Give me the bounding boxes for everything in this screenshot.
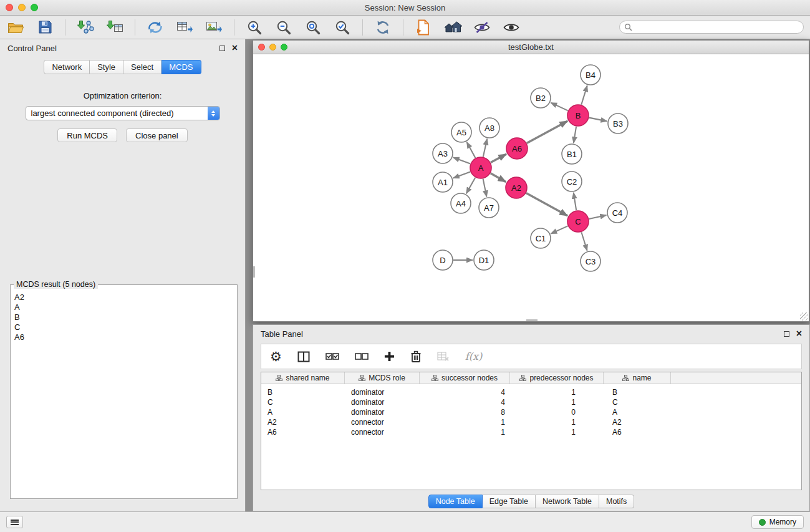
graph-edge-B-B1[interactable] bbox=[574, 127, 576, 143]
minimize-window-button[interactable] bbox=[18, 4, 26, 11]
run-mcds-button[interactable]: Run MCDS bbox=[57, 128, 117, 142]
graph-edge-C-C2[interactable] bbox=[574, 193, 576, 210]
mcds-buttons-row: Run MCDS Close panel bbox=[0, 128, 245, 142]
toolbar-separator bbox=[65, 19, 65, 36]
import-network-button[interactable] bbox=[76, 19, 95, 36]
import-table-button[interactable] bbox=[105, 19, 124, 36]
new-network-button[interactable] bbox=[146, 19, 165, 36]
column-header-successor-nodes[interactable]: successor nodes bbox=[420, 372, 510, 384]
tab-node-table[interactable]: Node Table bbox=[428, 495, 483, 508]
tab-edge-table[interactable]: Edge Table bbox=[483, 495, 536, 508]
mcds-result-item[interactable]: A2 bbox=[14, 293, 237, 302]
graph-edge-A-A4[interactable] bbox=[466, 178, 475, 194]
first-neighbors-button[interactable] bbox=[443, 19, 462, 36]
table-row[interactable]: Cdominator41C bbox=[261, 397, 801, 407]
graph-node-label-D: D bbox=[440, 256, 445, 265]
delete-table-button[interactable] bbox=[437, 351, 450, 362]
graph-edge-C-C1[interactable] bbox=[551, 226, 567, 233]
graph-edge-B-B2[interactable] bbox=[551, 103, 567, 111]
tab-style[interactable]: Style bbox=[90, 60, 123, 74]
table-cell: C bbox=[604, 398, 671, 407]
graph-edge-C-C3[interactable] bbox=[581, 232, 587, 251]
graph-edge-A-A2[interactable] bbox=[491, 173, 506, 182]
export-image-button[interactable] bbox=[205, 19, 223, 36]
open-session-button[interactable] bbox=[6, 19, 25, 36]
zoom-network-window-button[interactable] bbox=[281, 44, 287, 51]
save-session-button[interactable] bbox=[36, 19, 54, 36]
function-builder-button[interactable]: f(x) bbox=[465, 351, 482, 362]
memory-button[interactable]: Memory bbox=[751, 515, 804, 529]
graph-edge-A2-C[interactable] bbox=[526, 193, 568, 216]
network-document-button[interactable] bbox=[414, 19, 433, 36]
graph-edge-C-C4[interactable] bbox=[589, 215, 607, 219]
close-panel-icon[interactable]: × bbox=[232, 45, 238, 51]
table-row[interactable]: A2connector11A2 bbox=[261, 417, 801, 427]
minimize-network-window-button[interactable] bbox=[269, 44, 276, 51]
network-graph[interactable]: B4B2BB3A5A8A6B1A3AC2A1A2A4A7C4CC1C3DD1 bbox=[253, 54, 809, 321]
column-header-predecessor-nodes[interactable]: predecessor nodes bbox=[510, 372, 604, 384]
graph-edge-A-A6[interactable] bbox=[491, 154, 506, 163]
vertical-scroll-indicator[interactable] bbox=[253, 266, 255, 278]
mcds-result-item[interactable]: B bbox=[14, 312, 237, 322]
tab-motifs[interactable]: Motifs bbox=[599, 495, 634, 508]
network-canvas[interactable]: B4B2BB3A5A8A6B1A3AC2A1A2A4A7C4CC1C3DD1 bbox=[253, 54, 809, 321]
graph-edge-A-A1[interactable] bbox=[453, 172, 470, 178]
select-all-button[interactable] bbox=[325, 352, 339, 362]
graph-edge-A6-B[interactable] bbox=[527, 121, 568, 143]
close-panel-button[interactable]: Close panel bbox=[126, 128, 188, 142]
mcds-result-item[interactable]: A bbox=[14, 302, 237, 312]
zoom-out-button[interactable] bbox=[274, 19, 293, 36]
save-floppy-icon bbox=[38, 20, 52, 34]
document-arrow-icon bbox=[417, 19, 430, 36]
graph-edge-B-B4[interactable] bbox=[581, 85, 587, 105]
mcds-result-item[interactable]: A6 bbox=[14, 332, 237, 342]
search-input[interactable] bbox=[619, 21, 804, 34]
show-all-button[interactable] bbox=[502, 19, 521, 36]
float-panel-icon[interactable] bbox=[219, 46, 225, 51]
refresh-view-button[interactable] bbox=[374, 19, 392, 36]
mcds-result-list: A2ABCA6 bbox=[11, 285, 237, 342]
select-all-icon bbox=[325, 352, 339, 362]
create-column-button[interactable] bbox=[384, 351, 395, 362]
zoom-in-button[interactable] bbox=[245, 19, 264, 36]
hide-selected-button[interactable] bbox=[473, 19, 491, 36]
export-table-button[interactable] bbox=[175, 19, 194, 36]
graph-edge-A-A5[interactable] bbox=[467, 142, 476, 158]
horizontal-scroll-indicator[interactable] bbox=[526, 319, 538, 321]
task-history-button[interactable] bbox=[6, 516, 23, 528]
tab-mcds[interactable]: MCDS bbox=[162, 60, 201, 74]
tab-select[interactable]: Select bbox=[123, 60, 162, 74]
close-network-window-button[interactable] bbox=[258, 44, 265, 51]
tab-network-table[interactable]: Network Table bbox=[536, 495, 599, 508]
table-settings-button[interactable]: ⚙ bbox=[270, 351, 282, 363]
close-window-button[interactable] bbox=[6, 4, 13, 11]
graph-node-label-B4: B4 bbox=[586, 70, 595, 80]
column-header-name[interactable]: name bbox=[604, 372, 671, 384]
column-header-shared-name[interactable]: shared name bbox=[261, 372, 345, 384]
graph-edge-B-B3[interactable] bbox=[589, 118, 607, 122]
graph-edge-A-A8[interactable] bbox=[483, 139, 487, 157]
zoom-window-button[interactable] bbox=[31, 4, 38, 11]
table-row[interactable]: A6connector11A6 bbox=[261, 427, 801, 437]
zoom-fit-button[interactable] bbox=[304, 19, 322, 36]
table-row[interactable]: Bdominator41B bbox=[261, 387, 801, 397]
float-table-panel-icon[interactable] bbox=[784, 331, 789, 337]
table-cell: 0 bbox=[510, 408, 604, 417]
tab-network[interactable]: Network bbox=[44, 60, 90, 74]
import-network-icon bbox=[77, 20, 94, 35]
mcds-result-item[interactable]: C bbox=[14, 322, 237, 332]
table-cell: A2 bbox=[604, 418, 671, 427]
deselect-all-button[interactable] bbox=[355, 352, 369, 362]
criterion-dropdown[interactable]: largest connected component (directed) bbox=[26, 106, 220, 120]
delete-column-button[interactable] bbox=[410, 351, 422, 363]
table-row[interactable]: Adominator80A bbox=[261, 407, 801, 417]
close-table-panel-icon[interactable]: × bbox=[796, 331, 802, 337]
graph-edge-A-A3[interactable] bbox=[453, 157, 470, 163]
resize-grip-icon[interactable] bbox=[800, 312, 808, 321]
column-header-mcds-role[interactable]: MCDS role bbox=[345, 372, 420, 384]
graph-node-label-A2: A2 bbox=[511, 183, 521, 193]
table-toolbar: ⚙ bbox=[261, 344, 802, 369]
zoom-selected-button[interactable] bbox=[333, 19, 352, 36]
show-columns-button[interactable] bbox=[297, 351, 310, 362]
graph-edge-A-A7[interactable] bbox=[483, 179, 487, 197]
